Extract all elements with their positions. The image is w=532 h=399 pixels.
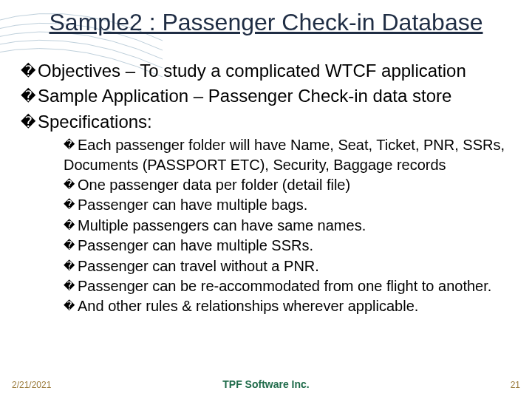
- bullet-text: Objectives – To study a complicated WTCF…: [38, 61, 466, 81]
- list-item-text: And other rules & relationships wherever…: [78, 298, 418, 314]
- list-item-text: Each passenger folder will have Name, Se…: [64, 137, 505, 172]
- square-bullet-icon: �: [64, 198, 75, 211]
- slide-title: Sample2 : Passenger Check-in Database: [0, 9, 532, 36]
- list-item-text: Passenger can have multiple bags.: [78, 197, 307, 213]
- list-item: �And other rules & relationships whereve…: [64, 296, 511, 316]
- list-item: �One passenger data per folder (detail f…: [64, 175, 511, 194]
- slide-body: �Objectives – To study a complicated WTC…: [21, 59, 511, 317]
- square-bullet-icon: �: [64, 279, 75, 292]
- footer-company: TPF Software Inc.: [0, 378, 532, 390]
- list-item-text: Passenger can travel without a PNR.: [78, 258, 319, 274]
- footer-page-number: 21: [511, 380, 520, 390]
- slide: Sample2 : Passenger Check-in Database �O…: [0, 0, 532, 399]
- square-bullet-icon: �: [64, 138, 75, 151]
- list-item: �Passenger can have multiple SSRs.: [64, 236, 511, 255]
- bullet-specifications: �Specifications:: [21, 110, 511, 134]
- square-bullet-icon: �: [64, 299, 75, 312]
- list-item: �Passenger can have multiple bags.: [64, 195, 511, 214]
- list-item-text: Passenger can have multiple SSRs.: [78, 237, 313, 253]
- square-bullet-icon: �: [21, 88, 36, 104]
- square-bullet-icon: �: [21, 114, 36, 130]
- square-bullet-icon: �: [21, 63, 36, 79]
- bullet-text: Specifications:: [38, 112, 152, 132]
- square-bullet-icon: �: [64, 219, 75, 231]
- bullet-objectives: �Objectives – To study a complicated WTC…: [21, 59, 511, 83]
- list-item: �Passenger can be re-accommodated from o…: [64, 276, 511, 296]
- list-item-text: One passenger data per folder (detail fi…: [78, 177, 350, 193]
- list-item-text: Multiple passengers can have same names.: [78, 217, 366, 233]
- bullet-text: Sample Application – Passenger Check-in …: [38, 86, 451, 106]
- square-bullet-icon: �: [64, 259, 75, 272]
- list-item: �Multiple passengers can have same names…: [64, 216, 511, 235]
- bullet-sample-application: �Sample Application – Passenger Check-in…: [21, 84, 511, 108]
- list-item: �Passenger can travel without a PNR.: [64, 256, 511, 276]
- square-bullet-icon: �: [64, 239, 75, 251]
- list-item: �Each passenger folder will have Name, S…: [64, 135, 511, 174]
- specifications-list: �Each passenger folder will have Name, S…: [64, 135, 511, 316]
- square-bullet-icon: �: [64, 178, 75, 191]
- list-item-text: Passenger can be re-accommodated from on…: [78, 278, 491, 294]
